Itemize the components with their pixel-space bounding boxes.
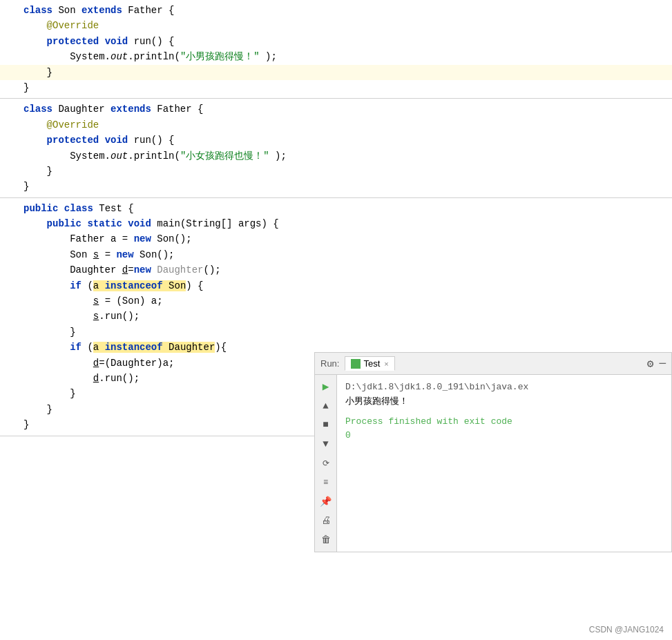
line: } [0,179,672,194]
code-editor: class Son extends Father { @Override pro… [0,0,672,640]
line: Son s = new Son(); [0,247,672,262]
line: Father a = new Son(); [0,231,672,246]
code-line: class Son extends Father { [21,3,672,18]
code-line: } [21,65,672,80]
run-tab[interactable]: Test × [345,356,394,371]
keyword: protected [47,135,99,146]
keyword: if [70,342,81,353]
line: public static void main(String[] args) { [0,216,672,231]
annotation: @Override [23,119,99,130]
instanceof-highlight2: a instanceof Daughter [93,342,215,353]
keyword: void [105,135,128,146]
line: } [0,80,672,95]
line: public class Test { [0,201,672,216]
watermark: CSDN @JANG1024 [589,625,664,634]
scroll-down-button[interactable]: ▼ [318,436,334,452]
line: } [0,65,672,80]
method: out [111,151,128,162]
minimize-icon[interactable]: ─ [659,358,666,370]
line: @Override [0,117,672,133]
code-line: System.out.println("小男孩跑得慢！" ); [21,49,672,64]
trash-button[interactable]: 🗑 [318,532,334,547]
keyword: void [128,218,151,229]
keyword: class [23,104,52,115]
code-line: @Override [21,117,672,133]
scroll-up-button[interactable]: ▲ [318,398,334,414]
code-line: class Daughter extends Father { [21,101,672,117]
code-line: } [21,324,672,340]
keyword: class [64,203,93,214]
son-class-section: class Son extends Father { @Override pro… [0,0,672,99]
format-button[interactable]: ≡ [318,475,334,490]
run-tab-name: Test [363,358,380,369]
run-body: ▶ ▲ ■ ▼ ⟳ ≡ 📌 🖨 🗑 D:\jdk1.8\jdk1.8.0_191… [315,375,671,552]
keyword: void [105,36,128,47]
line: } [0,164,672,179]
stop-button[interactable]: ■ [318,418,334,433]
settings-icon[interactable]: ⚙ [647,357,654,371]
output-chinese: 小男孩跑得慢！ [345,395,663,409]
keyword: extends [81,5,122,16]
code-line: Daughter d=new Daughter(); [21,262,672,278]
rerun-button[interactable]: ⟳ [318,456,334,471]
run-button[interactable]: ▶ [318,379,334,394]
run-tab-close-icon[interactable]: × [384,360,388,368]
code-line: @Override [21,18,672,33]
code-line: } [21,179,672,194]
code-line: s.run(); [21,309,672,324]
code-line: System.out.println("小女孩跑得也慢！" ); [21,148,672,164]
keyword: if [70,280,81,291]
code-line: public static void main(String[] args) { [21,216,672,231]
line: class Son extends Father { [0,3,672,18]
run-tab-icon [351,359,361,369]
line: protected void run() { [0,133,672,148]
keyword: protected [47,36,99,47]
method: out [111,51,128,62]
output-process: Process finished with exit code 0 [345,415,663,444]
run-toolbar: ▶ ▲ ■ ▼ ⟳ ≡ 📌 🖨 🗑 [315,375,337,552]
process-text: Process finished with exit code [345,416,512,427]
keyword: extends [111,104,151,115]
run-panel: Run: Test × ⚙ ─ ▶ ▲ ■ ▼ ⟳ ≡ 📌 🖨 🗑 [314,352,672,552]
string-literal: "小女孩跑得也慢！" [180,151,269,162]
code-line: } [21,80,672,95]
line: @Override [0,18,672,33]
keyword: public [47,218,81,229]
keyword: new [134,233,151,244]
keyword: new [116,249,133,260]
line: if (a instanceof Son) { [0,278,672,293]
code-line: Father a = new Son(); [21,231,672,246]
run-output: D:\jdk1.8\jdk1.8.0_191\bin\java.ex 小男孩跑得… [337,375,671,552]
line: s.run(); [0,309,672,324]
output-path: D:\jdk1.8\jdk1.8.0_191\bin\java.ex [345,380,663,395]
run-header-icons: ⚙ ─ [647,357,666,371]
run-header: Run: Test × ⚙ ─ [315,353,671,375]
keyword: class [23,5,52,16]
string-literal: "小男孩跑得慢！" [180,51,260,62]
code-line: if (a instanceof Son) { [21,278,672,293]
line: System.out.println("小男孩跑得慢！" ); [0,49,672,64]
keyword: static [87,218,122,229]
pin-button[interactable]: 📌 [318,494,334,510]
line: System.out.println("小女孩跑得也慢！" ); [0,148,672,164]
keyword: public [23,203,58,214]
daughter-class-section: class Daughter extends Father { @Overrid… [0,99,672,197]
line: s = (Son) a; [0,293,672,309]
annotation: @Override [23,20,99,31]
exit-code: 0 [345,430,351,440]
code-line: Son s = new Son(); [21,247,672,262]
instanceof-highlight: a instanceof Son [93,280,186,291]
code-line: protected void run() { [21,34,672,49]
code-line: } [21,164,672,179]
line: protected void run() { [0,34,672,49]
print-button[interactable]: 🖨 [318,513,334,528]
run-label: Run: [320,358,339,369]
keyword: new [134,264,151,275]
line: Daughter d=new Daughter(); [0,262,672,278]
code-line: public class Test { [21,201,672,216]
code-line: protected void run() { [21,133,672,148]
line: class Daughter extends Father { [0,101,672,117]
line: } [0,324,672,340]
code-line: s = (Son) a; [21,293,672,309]
